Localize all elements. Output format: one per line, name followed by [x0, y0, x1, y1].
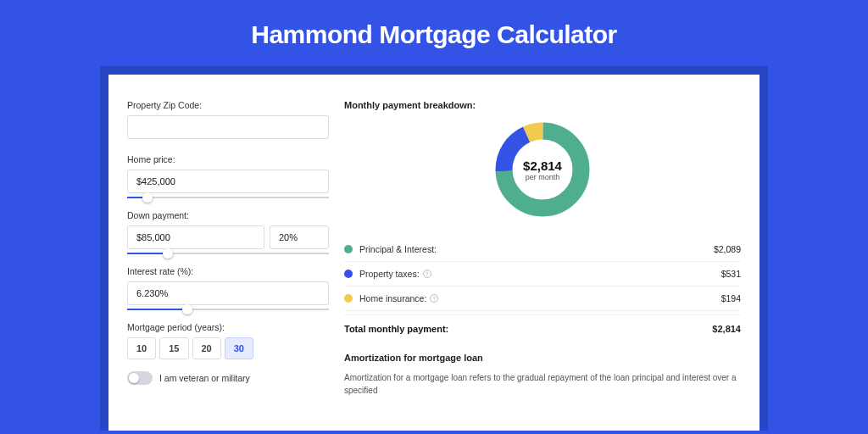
- legend-label: Home insurance: ?: [359, 293, 438, 303]
- total-row: Total monthly payment: $2,814: [344, 314, 741, 346]
- form-panel: Property Zip Code: Home price: Down paym…: [127, 100, 329, 431]
- dot-icon: [344, 294, 353, 303]
- amortization-title: Amortization for mortgage loan: [344, 353, 741, 363]
- total-label: Total monthly payment:: [344, 324, 448, 334]
- home-price-input[interactable]: [127, 170, 329, 193]
- donut-chart: $2,814 per month: [492, 119, 593, 220]
- interest-input[interactable]: [127, 281, 329, 305]
- interest-group: Interest rate (%):: [127, 266, 329, 310]
- veteran-toggle[interactable]: [127, 371, 153, 385]
- down-payment-slider[interactable]: [127, 253, 329, 254]
- amortization-body: Amortization for a mortgage loan refers …: [344, 371, 741, 397]
- home-price-label: Home price:: [127, 154, 329, 164]
- legend-label: Principal & Interest:: [359, 244, 437, 254]
- period-btn-15[interactable]: 15: [159, 337, 188, 359]
- period-btn-20[interactable]: 20: [192, 337, 221, 359]
- donut-center: $2,814 per month: [492, 119, 593, 220]
- legend-row-insurance: Home insurance: ? $194: [344, 287, 741, 311]
- legend-row-principal: Principal & Interest: $2,089: [344, 237, 741, 262]
- veteran-row: I am veteran or military: [127, 371, 329, 385]
- slider-thumb[interactable]: [182, 304, 192, 314]
- home-price-group: Home price:: [127, 154, 329, 198]
- slider-thumb[interactable]: [142, 192, 153, 203]
- card-shadow-wrap: Property Zip Code: Home price: Down paym…: [100, 66, 768, 431]
- donut-chart-wrap: $2,814 per month: [344, 119, 741, 220]
- legend-row-taxes: Property taxes: ? $531: [344, 262, 741, 287]
- legend-value: $194: [721, 293, 741, 303]
- period-group: Mortgage period (years): 10 15 20 30: [127, 322, 329, 359]
- legend-text: Principal & Interest:: [359, 244, 437, 254]
- dot-icon: [344, 270, 353, 278]
- calculator-card: Property Zip Code: Home price: Down paym…: [108, 75, 760, 431]
- down-payment-label: Down payment:: [127, 210, 329, 220]
- legend-text: Property taxes:: [359, 269, 420, 279]
- legend-value: $2,089: [714, 244, 741, 254]
- period-btn-30[interactable]: 30: [225, 337, 253, 359]
- donut-amount: $2,814: [523, 159, 562, 173]
- page-title: Hammond Mortgage Calculator: [0, 0, 868, 66]
- slider-thumb[interactable]: [163, 248, 173, 259]
- total-value: $2,814: [712, 324, 741, 334]
- breakdown-panel: Monthly payment breakdown: $2,814 per mo…: [344, 100, 741, 431]
- legend-text: Home insurance:: [359, 293, 426, 303]
- period-label: Mortgage period (years):: [127, 322, 329, 332]
- period-btn-10[interactable]: 10: [127, 337, 156, 359]
- period-options: 10 15 20 30: [127, 337, 329, 359]
- toggle-knob: [129, 373, 139, 383]
- zip-input[interactable]: [127, 115, 329, 139]
- info-icon[interactable]: ?: [423, 270, 431, 278]
- down-payment-pct-input[interactable]: [270, 225, 329, 249]
- info-icon[interactable]: ?: [430, 294, 438, 303]
- interest-slider[interactable]: [127, 309, 329, 310]
- interest-label: Interest rate (%):: [127, 266, 329, 276]
- down-payment-input[interactable]: [127, 225, 264, 249]
- donut-sub: per month: [526, 173, 560, 181]
- legend-value: $531: [721, 269, 741, 279]
- legend-label: Property taxes: ?: [359, 269, 431, 279]
- page-root: Hammond Mortgage Calculator Property Zip…: [0, 0, 868, 434]
- zip-group: Property Zip Code:: [127, 100, 329, 139]
- dot-icon: [344, 245, 353, 253]
- breakdown-title: Monthly payment breakdown:: [344, 100, 741, 110]
- zip-label: Property Zip Code:: [127, 100, 329, 110]
- veteran-label: I am veteran or military: [159, 373, 250, 383]
- home-price-slider[interactable]: [127, 197, 329, 198]
- down-payment-group: Down payment:: [127, 210, 329, 254]
